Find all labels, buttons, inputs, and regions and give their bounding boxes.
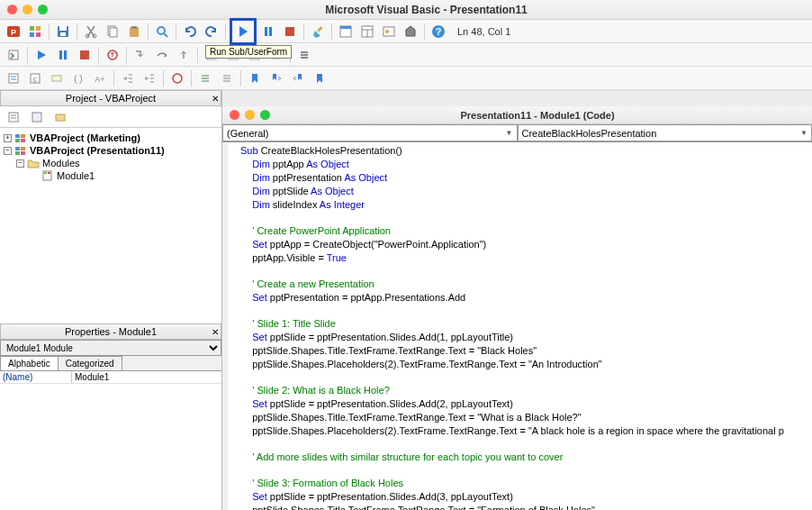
stop-icon[interactable] xyxy=(75,45,95,65)
separator xyxy=(197,47,198,63)
properties-panel-close[interactable]: ✕ xyxy=(212,327,219,337)
powerpoint-icon[interactable]: P xyxy=(4,22,23,41)
next-bookmark-icon[interactable] xyxy=(266,68,286,88)
comment-block-icon[interactable] xyxy=(195,68,215,88)
indent-icon[interactable] xyxy=(118,68,138,88)
svg-rect-32 xyxy=(64,50,67,59)
svg-rect-14 xyxy=(131,26,137,29)
step-out-icon[interactable] xyxy=(174,45,194,65)
code-minimize-button[interactable] xyxy=(245,110,255,120)
close-window-button[interactable] xyxy=(7,5,17,14)
properties-panel: Module1 Module Alphabetic Categorized (N… xyxy=(0,340,221,510)
collapse-icon[interactable]: − xyxy=(4,147,12,155)
main-area: Project - VBAProject ✕ + VBAProject (Mar… xyxy=(0,90,812,510)
separator xyxy=(113,70,114,87)
chevron-down-icon: ▼ xyxy=(800,129,807,137)
svg-rect-72 xyxy=(21,139,25,142)
clear-bookmarks-icon[interactable] xyxy=(310,68,329,88)
run-sub-button[interactable] xyxy=(233,22,253,41)
copy-icon[interactable] xyxy=(103,22,122,41)
tree-module1[interactable]: Module1 xyxy=(4,169,218,182)
breakpoint-icon[interactable] xyxy=(167,68,187,88)
view-code-icon[interactable] xyxy=(4,107,23,127)
code-editor[interactable]: Sub CreateBlackHolesPresentation() Dim p… xyxy=(222,142,812,510)
properties-tabs: Alphabetic Categorized xyxy=(0,356,221,371)
properties-panel-label: Properties - Module1 xyxy=(65,326,157,337)
svg-rect-42 xyxy=(301,57,308,59)
design-mode-icon[interactable] xyxy=(308,22,328,41)
reset-button[interactable] xyxy=(280,22,300,41)
zoom-window-button[interactable] xyxy=(38,5,48,14)
traffic-lights xyxy=(7,5,48,14)
quick-info-icon[interactable] xyxy=(47,68,67,88)
project-tree[interactable]: + VBAProject (Marketing) − VBAProject (P… xyxy=(0,128,221,323)
project-explorer-icon[interactable] xyxy=(336,22,356,41)
tree-project-presentation11[interactable]: − VBAProject (Presentation11) xyxy=(4,144,218,157)
object-combo[interactable]: (General) ▼ xyxy=(222,124,518,141)
run-tooltip: Run Sub/UserForm xyxy=(205,45,292,59)
separator xyxy=(77,23,77,40)
collapse-icon[interactable]: − xyxy=(16,159,24,168)
previous-bookmark-icon[interactable] xyxy=(288,68,308,88)
toggle-folders-icon[interactable] xyxy=(50,107,70,127)
code-window-title: Presentation11 - Module1 (Code) xyxy=(270,110,805,121)
toggle-bookmark-icon[interactable] xyxy=(245,68,265,88)
svg-rect-31 xyxy=(59,50,62,59)
call-stack-icon[interactable] xyxy=(294,45,314,65)
svg-point-15 xyxy=(158,27,165,34)
code-close-button[interactable] xyxy=(230,110,239,120)
toolbox-icon[interactable] xyxy=(401,22,420,41)
properties-object-combo[interactable]: Module1 Module xyxy=(0,340,221,356)
object-browser-icon[interactable] xyxy=(379,22,399,41)
property-row[interactable]: (Name) Module1 xyxy=(0,371,221,384)
property-value[interactable]: Module1 xyxy=(72,371,221,383)
code-zoom-button[interactable] xyxy=(260,110,270,120)
redo-icon[interactable] xyxy=(202,22,221,41)
run-icon[interactable] xyxy=(32,45,51,65)
step-into-icon[interactable] xyxy=(131,45,150,65)
outdent-icon[interactable] xyxy=(140,68,159,88)
list-properties-icon[interactable] xyxy=(4,68,23,88)
list-constants-icon[interactable]: c xyxy=(25,68,45,88)
procedure-combo-value: CreateBlackHolesPresentation xyxy=(522,128,657,139)
svg-rect-3 xyxy=(36,26,41,31)
paste-icon[interactable] xyxy=(124,22,144,41)
project-panel-close[interactable]: ✕ xyxy=(212,94,219,104)
tree-project-marketing[interactable]: + VBAProject (Marketing) xyxy=(4,132,218,144)
expand-icon[interactable]: + xyxy=(4,134,12,142)
insert-module-icon[interactable] xyxy=(25,22,45,41)
tab-alphabetic[interactable]: Alphabetic xyxy=(0,356,59,370)
tree-label: Module1 xyxy=(57,170,95,181)
cursor-position: Ln 48, Col 1 xyxy=(457,26,510,37)
cut-icon[interactable] xyxy=(81,22,101,41)
uncomment-block-icon[interactable] xyxy=(217,68,237,88)
code-window-titlebar: Presentation11 - Module1 (Code) xyxy=(222,106,812,124)
chevron-down-icon: ▼ xyxy=(506,129,513,137)
compile-icon[interactable] xyxy=(4,45,23,65)
view-object-icon[interactable] xyxy=(27,107,47,127)
find-icon[interactable] xyxy=(152,22,172,41)
break-button[interactable] xyxy=(258,22,278,41)
svg-line-16 xyxy=(164,33,167,37)
svg-rect-20 xyxy=(317,26,322,32)
undo-icon[interactable] xyxy=(180,22,200,41)
parameter-info-icon[interactable]: ( ) xyxy=(68,68,88,88)
pause-icon[interactable] xyxy=(53,45,73,65)
tree-modules-folder[interactable]: − Modules xyxy=(4,157,218,169)
tab-categorized[interactable]: Categorized xyxy=(58,356,122,370)
svg-rect-19 xyxy=(285,27,294,36)
svg-rect-43 xyxy=(9,74,18,83)
help-icon[interactable]: ? xyxy=(429,22,448,41)
step-over-icon[interactable] xyxy=(152,45,172,65)
svg-rect-70 xyxy=(21,134,25,138)
properties-window-icon[interactable] xyxy=(357,22,377,41)
save-icon[interactable] xyxy=(53,22,73,41)
procedure-combo[interactable]: CreateBlackHolesPresentation ▼ xyxy=(518,124,813,141)
svg-rect-69 xyxy=(15,134,20,138)
minimize-window-button[interactable] xyxy=(23,5,32,14)
separator xyxy=(331,23,332,40)
svg-rect-67 xyxy=(32,113,41,122)
complete-word-icon[interactable]: A+ xyxy=(90,68,110,88)
separator xyxy=(176,23,176,40)
toggle-breakpoint-icon[interactable] xyxy=(103,45,122,65)
